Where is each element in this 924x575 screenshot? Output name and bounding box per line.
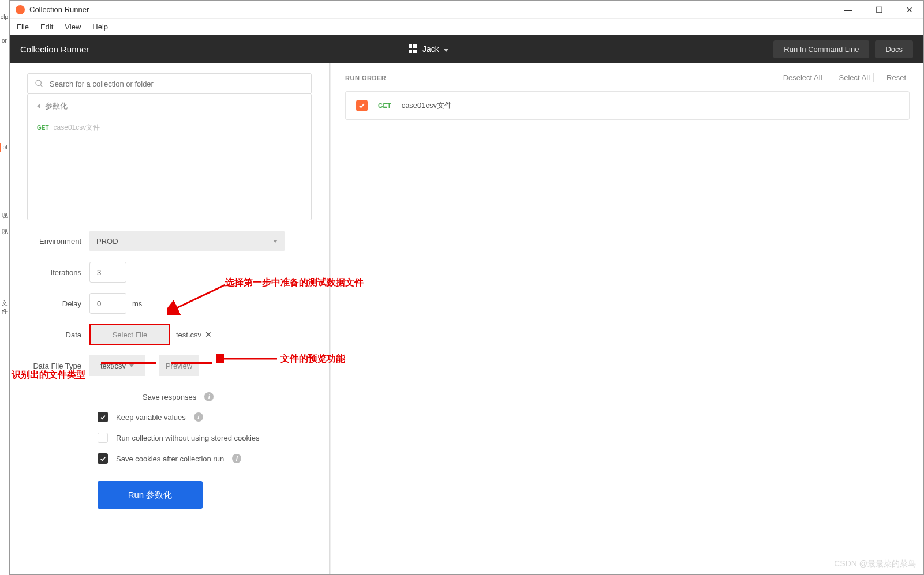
- keep-vars-label: Keep variable values: [116, 413, 186, 422]
- selected-filename: test.csv: [176, 330, 201, 339]
- no-cookies-label: Run collection without using stored cook…: [116, 434, 260, 442]
- request-name: case01csv文件: [54, 123, 100, 133]
- info-icon[interactable]: i: [194, 412, 203, 422]
- header-title: Collection Runner: [20, 44, 89, 54]
- environment-select[interactable]: PROD: [89, 231, 285, 251]
- request-method: GET: [37, 125, 49, 131]
- info-icon[interactable]: i: [204, 392, 214, 401]
- collection-tree: 参数化 GET case01csv文件: [27, 93, 312, 220]
- save-cookies-checkbox[interactable]: [98, 453, 108, 464]
- window-maximize-button[interactable]: ☐: [871, 5, 888, 14]
- iterations-label: Iterations: [27, 268, 89, 277]
- delay-label: Delay: [27, 299, 89, 308]
- menu-edit[interactable]: Edit: [40, 22, 53, 31]
- folder-back[interactable]: 参数化: [28, 94, 311, 118]
- keep-vars-checkbox[interactable]: [98, 412, 108, 422]
- data-label: Data: [27, 330, 89, 339]
- chevron-down-icon: [273, 240, 278, 243]
- window-close-button[interactable]: ✕: [901, 5, 918, 14]
- reset-button[interactable]: Reset: [883, 73, 910, 82]
- iterations-input[interactable]: [89, 262, 126, 283]
- right-panel: RUN ORDER Deselect All Select All Reset …: [331, 63, 923, 574]
- request-checkbox[interactable]: [356, 100, 368, 111]
- save-responses-label: Save responses: [143, 393, 196, 401]
- collection-search[interactable]: [27, 73, 312, 94]
- svg-point-0: [36, 80, 41, 85]
- watermark: CSDN @最最菜的菜鸟: [834, 559, 916, 569]
- filetype-label: Data File Type: [27, 362, 89, 370]
- save-cookies-label: Save cookies after collection run: [116, 454, 224, 463]
- preview-button[interactable]: Preview: [159, 355, 199, 376]
- host-app-strip: elp or ol 现 现 文件: [0, 0, 9, 575]
- delay-input[interactable]: [89, 293, 126, 314]
- window-titlebar: Collection Runner — ☐ ✕: [10, 1, 923, 19]
- request-item[interactable]: GET case01csv文件: [28, 118, 311, 137]
- run-collection-button[interactable]: Run 参数化: [98, 481, 203, 509]
- svg-line-1: [40, 85, 42, 87]
- run-request-name: case01csv文件: [402, 100, 452, 111]
- search-input[interactable]: [50, 80, 304, 88]
- select-file-button[interactable]: Select File: [89, 324, 170, 345]
- filetype-select[interactable]: text/csv: [89, 355, 145, 376]
- remove-file-button[interactable]: ✕: [205, 330, 212, 339]
- menu-bar: File Edit View Help: [10, 19, 923, 35]
- caret-left-icon: [37, 103, 40, 109]
- chevron-down-icon: [129, 364, 134, 367]
- search-icon: [35, 79, 44, 88]
- window-minimize-button[interactable]: —: [840, 5, 857, 14]
- menu-help[interactable]: Help: [92, 22, 108, 31]
- app-header: Collection Runner Jack Run In Command Li…: [10, 35, 923, 63]
- left-panel: 参数化 GET case01csv文件 Environment PROD Ite…: [10, 63, 329, 574]
- run-order-title: RUN ORDER: [345, 74, 386, 81]
- docs-button[interactable]: Docs: [875, 40, 913, 58]
- run-order-item[interactable]: GET case01csv文件: [345, 91, 910, 120]
- window-title: Collection Runner: [29, 5, 840, 14]
- workspace-selector[interactable]: Jack: [422, 44, 448, 54]
- caret-down-icon: [444, 49, 448, 52]
- environment-label: Environment: [27, 237, 89, 246]
- folder-name: 参数化: [45, 101, 68, 111]
- no-cookies-checkbox[interactable]: [98, 433, 108, 443]
- delay-unit: ms: [132, 299, 142, 308]
- select-all-button[interactable]: Select All: [836, 73, 874, 82]
- menu-view[interactable]: View: [65, 22, 81, 31]
- postman-logo-icon: [16, 5, 25, 14]
- app-window: Collection Runner — ☐ ✕ File Edit View H…: [9, 0, 924, 575]
- info-icon[interactable]: i: [232, 454, 241, 463]
- workspace-grid-icon: [409, 44, 418, 54]
- run-request-method: GET: [378, 102, 391, 109]
- deselect-all-button[interactable]: Deselect All: [780, 73, 826, 82]
- run-command-line-button[interactable]: Run In Command Line: [773, 40, 869, 58]
- menu-file[interactable]: File: [17, 22, 29, 31]
